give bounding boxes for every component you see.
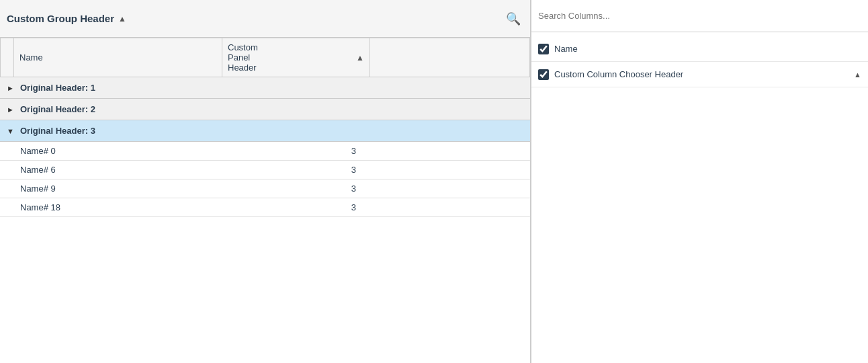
group-label-3[interactable]: Original Header: 3 bbox=[13, 120, 530, 142]
search-button[interactable]: 🔍 bbox=[503, 9, 523, 29]
row-expander bbox=[0, 179, 13, 198]
row-name-cell: Name# 6 bbox=[13, 161, 222, 179]
group-label-2[interactable]: Original Header: 2 bbox=[13, 99, 530, 120]
row-name-cell: Name# 18 bbox=[13, 198, 222, 217]
group-row[interactable]: ► Original Header: 1 bbox=[0, 77, 530, 99]
group-expander-2[interactable]: ► bbox=[0, 99, 13, 120]
col-chooser-checkbox-custom[interactable] bbox=[538, 69, 549, 80]
row-expander bbox=[0, 198, 13, 217]
expand-icon-2: ► bbox=[7, 106, 14, 114]
group-title-1: Original Header: 1 bbox=[20, 83, 95, 93]
data-table: ► Original Header: 1 ► Original Header: … bbox=[0, 77, 530, 217]
expand-icon-3: ▼ bbox=[7, 127, 14, 135]
row-name-cell: Name# 0 bbox=[13, 142, 222, 161]
col-panel-label: CustomPanelHeader bbox=[228, 42, 258, 73]
col-chooser-checkbox-name[interactable] bbox=[538, 44, 549, 54]
column-chooser-search-bar bbox=[531, 0, 868, 32]
row-extra-cell bbox=[370, 198, 530, 217]
col-header-expander bbox=[1, 38, 14, 77]
col-chooser-item: Name bbox=[531, 36, 868, 62]
col-chooser-label-custom: Custom Column Chooser Header bbox=[554, 69, 849, 79]
column-chooser-list: Name Custom Column Chooser Header ▲ bbox=[531, 32, 868, 91]
group-row-selected[interactable]: ▼ Original Header: 3 bbox=[0, 120, 530, 142]
column-header-row: Name CustomPanelHeader ▲ bbox=[1, 38, 530, 77]
row-value-cell: 3 bbox=[222, 198, 370, 217]
col-header-panel[interactable]: CustomPanelHeader ▲ bbox=[222, 38, 370, 77]
group-header-bar: Custom Group Header ▲ 🔍 bbox=[0, 0, 530, 38]
col-header-name[interactable]: Name bbox=[14, 38, 222, 77]
row-value-cell: 3 bbox=[222, 179, 370, 198]
group-expander-3[interactable]: ▼ bbox=[0, 120, 13, 142]
group-expander-1[interactable]: ► bbox=[0, 77, 13, 99]
row-expander bbox=[0, 142, 13, 161]
row-extra-cell bbox=[370, 142, 530, 161]
expand-icon-1: ► bbox=[7, 84, 14, 92]
table-row[interactable]: Name# 9 3 bbox=[0, 179, 530, 198]
search-icon: 🔍 bbox=[506, 12, 521, 26]
row-extra-cell bbox=[370, 179, 530, 198]
column-headers-table: Name CustomPanelHeader ▲ bbox=[0, 38, 530, 77]
data-table-scroll[interactable]: ► Original Header: 1 ► Original Header: … bbox=[0, 77, 530, 363]
col-chooser-sort-arrow: ▲ bbox=[854, 71, 861, 79]
group-label-1[interactable]: Original Header: 1 bbox=[13, 77, 530, 99]
table-row[interactable]: Name# 18 3 bbox=[0, 198, 530, 217]
right-panel: Name Custom Column Chooser Header ▲ bbox=[531, 0, 868, 363]
row-expander bbox=[0, 161, 13, 179]
col-header-extra bbox=[370, 38, 530, 77]
group-title-3: Original Header: 3 bbox=[20, 126, 95, 136]
group-title-2: Original Header: 2 bbox=[20, 104, 95, 114]
col-panel-sort-arrow: ▲ bbox=[356, 53, 364, 63]
row-name-cell: Name# 9 bbox=[13, 179, 222, 198]
group-row[interactable]: ► Original Header: 2 bbox=[0, 99, 530, 120]
row-value-cell: 3 bbox=[222, 161, 370, 179]
col-name-label: Name bbox=[19, 52, 43, 63]
group-header-title: Custom Group Header bbox=[7, 13, 114, 24]
row-extra-cell bbox=[370, 161, 530, 179]
col-chooser-label-name: Name bbox=[554, 44, 861, 54]
left-panel: Custom Group Header ▲ 🔍 Name bbox=[0, 0, 531, 363]
col-chooser-item: Custom Column Chooser Header ▲ bbox=[531, 62, 868, 87]
group-sort-arrow: ▲ bbox=[118, 14, 126, 24]
row-value-cell: 3 bbox=[222, 142, 370, 161]
table-row[interactable]: Name# 0 3 bbox=[0, 142, 530, 161]
data-grid: Name CustomPanelHeader ▲ bbox=[0, 38, 530, 363]
table-row[interactable]: Name# 6 3 bbox=[0, 161, 530, 179]
group-header-left: Custom Group Header ▲ bbox=[7, 13, 126, 24]
search-columns-input[interactable] bbox=[538, 11, 861, 21]
